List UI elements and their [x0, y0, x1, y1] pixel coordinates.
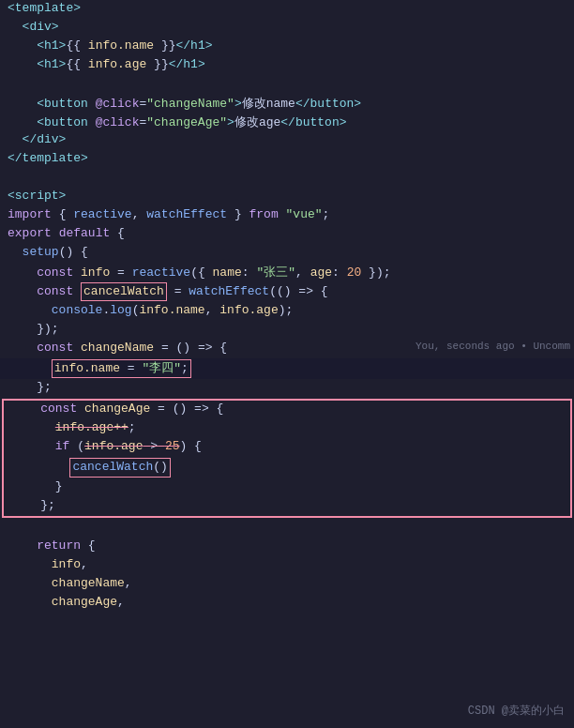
code-editor: <template> <div> <h1>{{ info.name }}</h1…	[0, 0, 574, 613]
line-console-log: console.log(info.name, info.age);	[0, 302, 574, 321]
line-script-open: <script>	[0, 188, 574, 206]
line-const-info: const info = reactive({ name: "张三", age:…	[0, 263, 574, 281]
line-changename-close: };	[0, 379, 574, 398]
line-import: import { reactive, watchEffect } from "v…	[0, 206, 574, 225]
line-template-open: <template>	[0, 0, 574, 19]
line-return-change-age: changeAge,	[0, 594, 574, 613]
line-cancel-watch-call: cancelWatch()	[4, 457, 570, 478]
from-keyword: from	[249, 207, 279, 221]
line-return: return {	[0, 538, 574, 556]
line-watcheffect-close: });	[0, 321, 574, 340]
line-if-close: }	[4, 478, 570, 497]
line-h1-age: <h1>{{ info.age }}</h1>	[0, 56, 574, 75]
line-const-cancel-watch: const cancelWatch = watchEffect(() => {	[0, 281, 574, 302]
info-name-box: info.name = "李四";	[52, 359, 191, 378]
line-div-close: </div>	[0, 131, 574, 150]
line-button-change-age: <button @click="changeAge">修改age</button…	[0, 113, 574, 131]
line-export-default: export default {	[0, 225, 574, 244]
line-empty-3	[0, 519, 574, 538]
line-div-open: <div>	[0, 19, 574, 38]
line-h1-name: <h1>{{ info.name }}</h1>	[0, 38, 574, 56]
line-info-age-inc: info.age++;	[4, 419, 570, 438]
line-empty-1	[0, 75, 574, 94]
line-setup: setup() {	[0, 244, 574, 263]
line-const-change-name: const changeName = () => { You, seconds …	[0, 340, 574, 358]
line-return-change-name: changeName,	[0, 575, 574, 594]
line-template-close: </template>	[0, 150, 574, 169]
line-empty-2	[0, 169, 574, 188]
line-changeage-close: };	[4, 497, 570, 516]
line-info-name-assign: info.name = "李四";	[0, 358, 574, 379]
cancel-watch-box: cancelWatch	[81, 282, 167, 301]
line-if-age: if (info.age > 25) {	[4, 438, 570, 457]
line-return-info: info,	[0, 556, 574, 575]
change-age-block: const changeAge = () => { info.age++; if…	[2, 399, 572, 517]
annotation-text: You, seconds ago • Uncomm	[415, 341, 570, 352]
watermark: CSDN @卖菜的小白	[468, 703, 565, 719]
line-button-change-name: <button @click="changeName">修改name</butt…	[0, 94, 574, 113]
line-const-change-age: const changeAge = () => {	[4, 401, 570, 419]
cancel-watch-call-box: cancelWatch()	[69, 458, 170, 477]
